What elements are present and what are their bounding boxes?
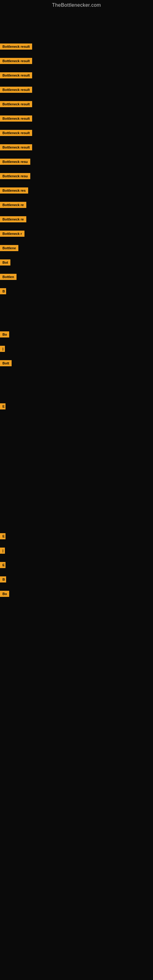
bottleneck-badge: Bottleneck result xyxy=(0,43,32,51)
bottleneck-badge: Bottlene xyxy=(0,245,18,252)
bottleneck-badge: Bottleneck result xyxy=(0,115,32,123)
bottleneck-badge: Bottleneck result xyxy=(0,72,32,80)
bottleneck-badge: | xyxy=(0,547,5,555)
badge-label: B xyxy=(0,288,6,294)
badge-label: Bottleneck result xyxy=(0,115,32,122)
badge-label: Bottleneck result xyxy=(0,101,32,107)
badge-label: Bottleneck r xyxy=(0,231,24,237)
bottleneck-badge: E xyxy=(0,403,5,411)
badge-label: B xyxy=(0,576,6,582)
bottleneck-badge: Bottleneck resu xyxy=(0,173,30,180)
bottleneck-badge: B xyxy=(0,288,6,296)
badge-label: Bottleneck res xyxy=(0,188,28,194)
bottleneck-badge: B xyxy=(0,576,6,584)
bottleneck-badge: Bottleneck resu xyxy=(0,159,30,166)
badge-label: Bo xyxy=(0,591,9,597)
badge-label: Bot xyxy=(0,259,10,266)
badge-label: Bottleneck result xyxy=(0,43,32,49)
badge-label: E xyxy=(0,533,5,539)
bottleneck-badge: Bottlen xyxy=(0,274,16,281)
bottleneck-badge: Bottleneck result xyxy=(0,130,32,137)
bottleneck-badge: E xyxy=(0,562,5,569)
site-title: TheBottlenecker.com xyxy=(0,0,153,10)
badge-label: Bo xyxy=(0,331,9,337)
bottleneck-badge: Bottleneck result xyxy=(0,101,32,108)
badge-label: E xyxy=(0,562,5,568)
badge-label: E xyxy=(0,403,5,409)
badge-label: | xyxy=(0,346,5,352)
bottleneck-badge: Bottleneck r xyxy=(0,231,24,238)
bottleneck-badge: Bot xyxy=(0,259,10,267)
bottleneck-badge: Bottleneck result xyxy=(0,144,32,151)
badge-label: Bottlen xyxy=(0,274,16,280)
badge-label: | xyxy=(0,547,5,554)
badge-label: Bottleneck result xyxy=(0,130,32,136)
bottleneck-badge: Bott xyxy=(0,360,12,368)
bottleneck-badge: Bottleneck re xyxy=(0,216,26,224)
badge-label: Bottleneck resu xyxy=(0,173,30,179)
bottleneck-badge: Bottleneck re xyxy=(0,202,26,209)
bottleneck-badge: | xyxy=(0,346,5,353)
badge-label: Bottleneck re xyxy=(0,202,26,208)
badge-label: Bottleneck resu xyxy=(0,159,30,165)
badge-label: Bott xyxy=(0,360,12,366)
bottleneck-badge: Bottleneck result xyxy=(0,58,32,65)
badge-label: Bottleneck result xyxy=(0,58,32,64)
bottleneck-badge: Bottleneck result xyxy=(0,87,32,94)
bottleneck-badge: Bo xyxy=(0,591,9,598)
badge-label: Bottlene xyxy=(0,245,18,251)
bottleneck-badge: Bottleneck res xyxy=(0,188,28,195)
badge-label: Bottleneck re xyxy=(0,216,26,222)
badge-label: Bottleneck result xyxy=(0,87,32,93)
badge-label: Bottleneck result xyxy=(0,144,32,150)
badge-label: Bottleneck result xyxy=(0,72,32,78)
bottleneck-badge: Bo xyxy=(0,331,9,339)
bottleneck-badge: E xyxy=(0,533,5,541)
